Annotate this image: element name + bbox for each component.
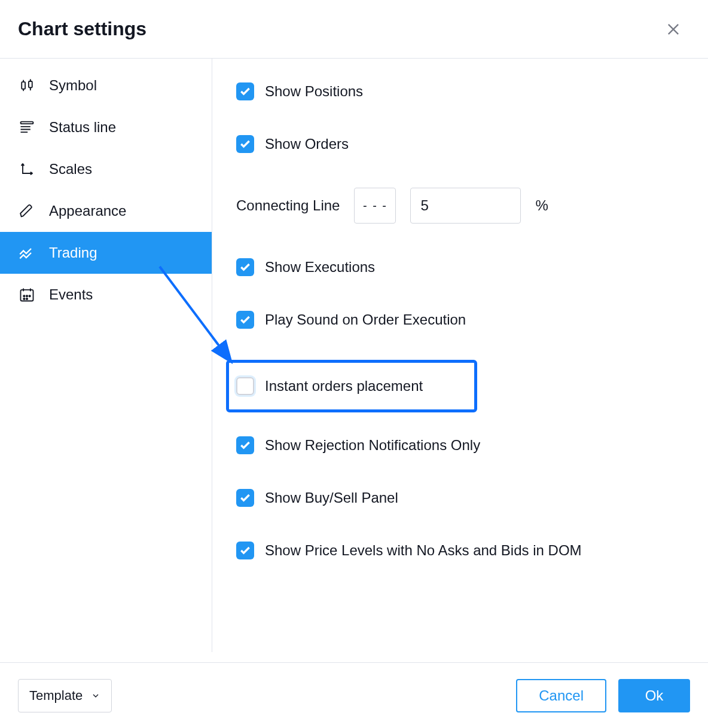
svg-point-5 [26,295,28,296]
checkbox-play-sound[interactable] [236,311,254,329]
option-show-orders[interactable]: Show Orders [236,135,684,153]
option-label: Show Price Levels with No Asks and Bids … [265,542,582,559]
scales-icon [18,160,36,178]
cancel-button[interactable]: Cancel [516,679,606,712]
dialog-title: Chart settings [18,18,147,40]
dialog-header: Chart settings [0,0,708,59]
svg-point-6 [29,295,30,296]
sidebar-item-trading[interactable]: Trading [0,232,212,274]
percent-label: % [535,197,548,214]
sidebar-item-label: Status line [49,119,116,136]
settings-content: Show Positions Show Orders Connecting Li… [212,59,708,652]
connecting-line-value-input[interactable] [410,188,521,224]
template-button[interactable]: Template [18,679,112,712]
calendar-icon [18,286,36,304]
svg-rect-1 [29,81,32,88]
dialog-body: Symbol Status line Scales [0,59,708,652]
option-label: Show Rejection Notifications Only [265,437,480,454]
option-show-positions[interactable]: Show Positions [236,82,684,100]
template-label: Template [29,688,83,703]
sidebar-item-scales[interactable]: Scales [0,148,212,190]
pencil-icon [18,202,36,220]
candlestick-icon [18,77,36,94]
checkbox-show-price-levels[interactable] [236,542,254,559]
option-label: Show Orders [265,136,349,152]
close-icon [665,21,682,38]
option-show-price-levels[interactable]: Show Price Levels with No Asks and Bids … [236,542,684,559]
sidebar-item-label: Appearance [49,203,126,219]
svg-rect-0 [22,82,25,89]
ok-button[interactable]: Ok [618,679,690,712]
checkbox-show-rejection[interactable] [236,436,254,454]
option-label: Instant orders placement [265,378,423,394]
chevron-down-icon [91,691,100,701]
footer-actions: Cancel Ok [516,679,690,712]
option-show-rejection[interactable]: Show Rejection Notifications Only [236,436,684,454]
trading-icon [18,244,36,262]
sidebar-item-symbol[interactable]: Symbol [0,65,212,106]
line-style-selector[interactable]: - - - [354,188,396,224]
option-show-buy-sell[interactable]: Show Buy/Sell Panel [236,489,684,507]
option-label: Show Buy/Sell Panel [265,490,398,506]
sidebar-item-label: Events [49,286,93,303]
svg-point-7 [23,298,25,299]
sidebar: Symbol Status line Scales [0,59,212,652]
close-button[interactable] [663,19,684,40]
svg-point-8 [26,298,28,299]
status-line-icon [18,118,36,136]
checkbox-instant-orders[interactable] [236,377,254,395]
checkbox-show-executions[interactable] [236,258,254,276]
checkbox-show-orders[interactable] [236,135,254,153]
dialog-footer: Template Cancel Ok [0,662,708,728]
svg-rect-2 [21,122,33,124]
option-label: Show Executions [265,259,375,276]
connecting-line-label: Connecting Line [236,197,340,214]
option-show-executions[interactable]: Show Executions [236,258,684,276]
checkbox-show-buy-sell[interactable] [236,489,254,507]
sidebar-item-label: Scales [49,161,92,178]
connecting-line-row: Connecting Line - - - % [236,188,684,224]
svg-point-4 [23,295,25,296]
sidebar-item-appearance[interactable]: Appearance [0,190,212,232]
sidebar-item-status-line[interactable]: Status line [0,106,212,148]
option-play-sound[interactable]: Play Sound on Order Execution [236,311,684,329]
option-label: Play Sound on Order Execution [265,311,466,328]
sidebar-item-label: Trading [49,244,97,261]
sidebar-item-events[interactable]: Events [0,274,212,316]
option-instant-orders[interactable]: Instant orders placement [226,360,477,412]
sidebar-item-label: Symbol [49,77,97,94]
option-label: Show Positions [265,83,363,100]
checkbox-show-positions[interactable] [236,82,254,100]
